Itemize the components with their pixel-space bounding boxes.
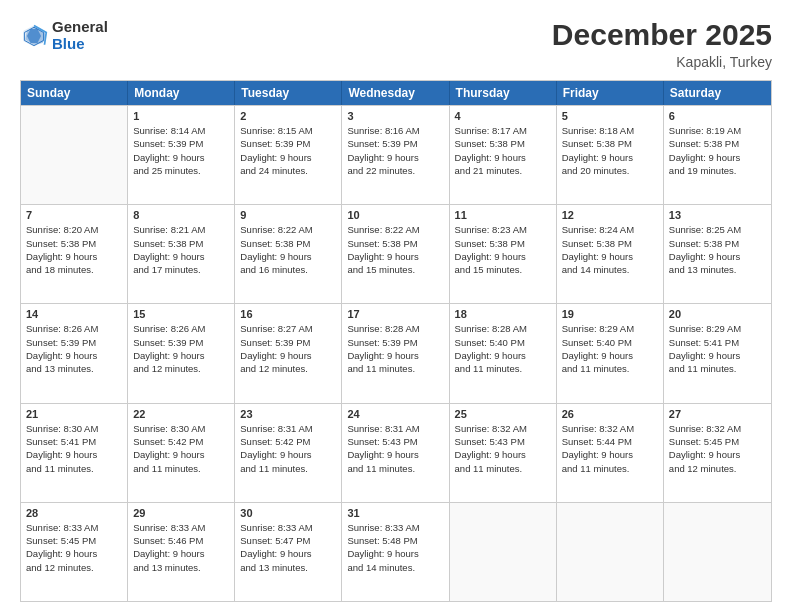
cell-line: Daylight: 9 hours [133, 250, 229, 263]
weekday-header: Saturday [664, 81, 771, 105]
calendar-cell: 26Sunrise: 8:32 AMSunset: 5:44 PMDayligh… [557, 404, 664, 502]
cell-line: Daylight: 9 hours [347, 151, 443, 164]
cell-line: Sunrise: 8:22 AM [240, 223, 336, 236]
calendar-cell: 3Sunrise: 8:16 AMSunset: 5:39 PMDaylight… [342, 106, 449, 204]
calendar-cell: 2Sunrise: 8:15 AMSunset: 5:39 PMDaylight… [235, 106, 342, 204]
weekday-header: Tuesday [235, 81, 342, 105]
day-number: 18 [455, 308, 551, 320]
cell-line: and 13 minutes. [240, 561, 336, 574]
cell-line: Daylight: 9 hours [26, 349, 122, 362]
weekday-header: Sunday [21, 81, 128, 105]
calendar-row: 7Sunrise: 8:20 AMSunset: 5:38 PMDaylight… [21, 204, 771, 303]
day-number: 3 [347, 110, 443, 122]
day-number: 12 [562, 209, 658, 221]
cell-line: Daylight: 9 hours [455, 151, 551, 164]
cell-line: Daylight: 9 hours [669, 250, 766, 263]
cell-line: Daylight: 9 hours [455, 349, 551, 362]
calendar-cell: 25Sunrise: 8:32 AMSunset: 5:43 PMDayligh… [450, 404, 557, 502]
calendar: SundayMondayTuesdayWednesdayThursdayFrid… [20, 80, 772, 602]
day-number: 10 [347, 209, 443, 221]
cell-line: Sunset: 5:43 PM [455, 435, 551, 448]
cell-line: Sunset: 5:38 PM [26, 237, 122, 250]
day-number: 13 [669, 209, 766, 221]
cell-line: Sunset: 5:39 PM [347, 137, 443, 150]
month-title: December 2025 [552, 18, 772, 52]
cell-line: Sunrise: 8:25 AM [669, 223, 766, 236]
calendar-body: 1Sunrise: 8:14 AMSunset: 5:39 PMDaylight… [21, 105, 771, 601]
calendar-cell [557, 503, 664, 601]
cell-line: Sunset: 5:44 PM [562, 435, 658, 448]
calendar-row: 1Sunrise: 8:14 AMSunset: 5:39 PMDaylight… [21, 105, 771, 204]
cell-line: and 11 minutes. [669, 362, 766, 375]
cell-line: Sunrise: 8:24 AM [562, 223, 658, 236]
cell-line: Sunrise: 8:14 AM [133, 124, 229, 137]
cell-line: Sunset: 5:41 PM [26, 435, 122, 448]
calendar-cell: 12Sunrise: 8:24 AMSunset: 5:38 PMDayligh… [557, 205, 664, 303]
cell-line: Sunrise: 8:20 AM [26, 223, 122, 236]
day-number: 7 [26, 209, 122, 221]
cell-line: and 11 minutes. [347, 462, 443, 475]
calendar-cell: 30Sunrise: 8:33 AMSunset: 5:47 PMDayligh… [235, 503, 342, 601]
cell-line: Daylight: 9 hours [240, 547, 336, 560]
day-number: 24 [347, 408, 443, 420]
day-number: 2 [240, 110, 336, 122]
cell-line: Sunrise: 8:27 AM [240, 322, 336, 335]
cell-line: and 12 minutes. [240, 362, 336, 375]
cell-line: Daylight: 9 hours [562, 448, 658, 461]
cell-line: Daylight: 9 hours [347, 448, 443, 461]
calendar-cell: 29Sunrise: 8:33 AMSunset: 5:46 PMDayligh… [128, 503, 235, 601]
day-number: 6 [669, 110, 766, 122]
calendar-cell: 15Sunrise: 8:26 AMSunset: 5:39 PMDayligh… [128, 304, 235, 402]
cell-line: Sunset: 5:43 PM [347, 435, 443, 448]
logo: General Blue [20, 18, 108, 53]
cell-line: and 15 minutes. [455, 263, 551, 276]
cell-line: Sunrise: 8:32 AM [455, 422, 551, 435]
cell-line: Daylight: 9 hours [133, 349, 229, 362]
cell-line: Sunrise: 8:21 AM [133, 223, 229, 236]
day-number: 5 [562, 110, 658, 122]
cell-line: Sunset: 5:39 PM [347, 336, 443, 349]
cell-line: Sunrise: 8:29 AM [562, 322, 658, 335]
cell-line: Sunset: 5:38 PM [669, 237, 766, 250]
calendar-cell: 20Sunrise: 8:29 AMSunset: 5:41 PMDayligh… [664, 304, 771, 402]
calendar-cell: 14Sunrise: 8:26 AMSunset: 5:39 PMDayligh… [21, 304, 128, 402]
cell-line: Sunrise: 8:26 AM [26, 322, 122, 335]
calendar-cell: 11Sunrise: 8:23 AMSunset: 5:38 PMDayligh… [450, 205, 557, 303]
cell-line: Daylight: 9 hours [26, 547, 122, 560]
calendar-cell: 31Sunrise: 8:33 AMSunset: 5:48 PMDayligh… [342, 503, 449, 601]
logo-blue: Blue [52, 35, 85, 52]
day-number: 15 [133, 308, 229, 320]
calendar-cell: 21Sunrise: 8:30 AMSunset: 5:41 PMDayligh… [21, 404, 128, 502]
cell-line: Sunset: 5:39 PM [26, 336, 122, 349]
cell-line: Sunset: 5:47 PM [240, 534, 336, 547]
cell-line: Sunset: 5:42 PM [240, 435, 336, 448]
cell-line: Sunset: 5:38 PM [562, 237, 658, 250]
day-number: 31 [347, 507, 443, 519]
calendar-cell: 4Sunrise: 8:17 AMSunset: 5:38 PMDaylight… [450, 106, 557, 204]
weekday-header: Thursday [450, 81, 557, 105]
calendar-cell: 9Sunrise: 8:22 AMSunset: 5:38 PMDaylight… [235, 205, 342, 303]
calendar-cell: 1Sunrise: 8:14 AMSunset: 5:39 PMDaylight… [128, 106, 235, 204]
calendar-cell: 18Sunrise: 8:28 AMSunset: 5:40 PMDayligh… [450, 304, 557, 402]
cell-line: Sunrise: 8:30 AM [26, 422, 122, 435]
calendar-cell: 10Sunrise: 8:22 AMSunset: 5:38 PMDayligh… [342, 205, 449, 303]
calendar-cell: 5Sunrise: 8:18 AMSunset: 5:38 PMDaylight… [557, 106, 664, 204]
cell-line: Sunset: 5:38 PM [455, 137, 551, 150]
cell-line: Daylight: 9 hours [455, 250, 551, 263]
day-number: 21 [26, 408, 122, 420]
calendar-cell: 7Sunrise: 8:20 AMSunset: 5:38 PMDaylight… [21, 205, 128, 303]
cell-line: Sunset: 5:38 PM [562, 137, 658, 150]
cell-line: and 14 minutes. [562, 263, 658, 276]
cell-line: and 11 minutes. [26, 462, 122, 475]
day-number: 4 [455, 110, 551, 122]
logo-general: General [52, 18, 108, 35]
calendar-cell: 6Sunrise: 8:19 AMSunset: 5:38 PMDaylight… [664, 106, 771, 204]
calendar-cell: 19Sunrise: 8:29 AMSunset: 5:40 PMDayligh… [557, 304, 664, 402]
cell-line: Daylight: 9 hours [133, 151, 229, 164]
calendar-cell: 13Sunrise: 8:25 AMSunset: 5:38 PMDayligh… [664, 205, 771, 303]
cell-line: and 12 minutes. [133, 362, 229, 375]
calendar-header: SundayMondayTuesdayWednesdayThursdayFrid… [21, 81, 771, 105]
location: Kapakli, Turkey [552, 54, 772, 70]
calendar-cell [664, 503, 771, 601]
cell-line: and 25 minutes. [133, 164, 229, 177]
